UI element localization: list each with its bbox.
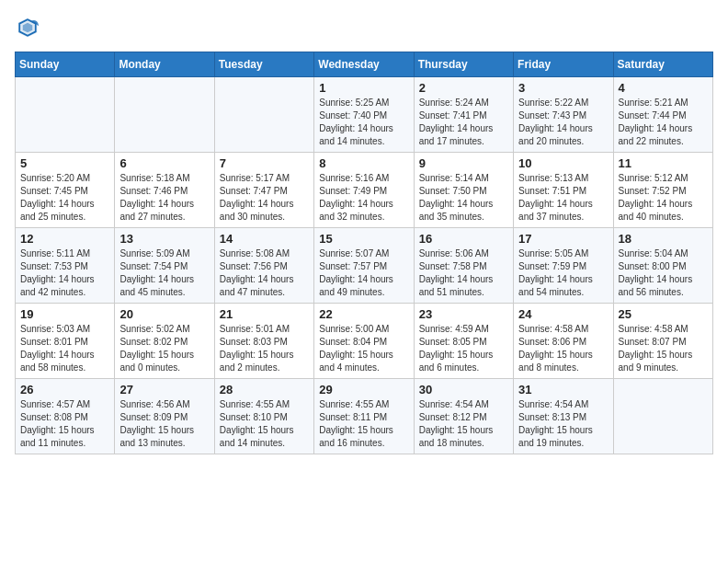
day-info: Sunrise: 5:17 AM Sunset: 7:47 PM Dayligh… bbox=[220, 172, 309, 224]
calendar-day-5: 5Sunrise: 5:20 AM Sunset: 7:45 PM Daylig… bbox=[16, 153, 115, 228]
day-header-sunday: Sunday bbox=[16, 52, 115, 77]
day-number: 21 bbox=[220, 307, 309, 321]
page-header bbox=[15, 15, 713, 40]
calendar-day-22: 22Sunrise: 5:00 AM Sunset: 8:04 PM Dayli… bbox=[314, 304, 414, 379]
day-info: Sunrise: 4:59 AM Sunset: 8:05 PM Dayligh… bbox=[419, 323, 508, 374]
day-info: Sunrise: 4:54 AM Sunset: 8:12 PM Dayligh… bbox=[419, 398, 508, 450]
calendar-day-27: 27Sunrise: 4:56 AM Sunset: 8:09 PM Dayli… bbox=[115, 379, 214, 454]
day-info: Sunrise: 5:20 AM Sunset: 7:45 PM Dayligh… bbox=[20, 172, 109, 224]
day-number: 16 bbox=[419, 232, 508, 246]
day-number: 3 bbox=[518, 81, 608, 95]
calendar-day-28: 28Sunrise: 4:55 AM Sunset: 8:10 PM Dayli… bbox=[214, 379, 313, 454]
calendar-day-17: 17Sunrise: 5:05 AM Sunset: 7:59 PM Dayli… bbox=[514, 228, 613, 304]
calendar-week-row: 12Sunrise: 5:11 AM Sunset: 7:53 PM Dayli… bbox=[16, 228, 713, 304]
days-header-row: SundayMondayTuesdayWednesdayThursdayFrid… bbox=[16, 52, 713, 77]
calendar-day-7: 7Sunrise: 5:17 AM Sunset: 7:47 PM Daylig… bbox=[214, 153, 313, 228]
day-number: 13 bbox=[119, 232, 209, 246]
day-info: Sunrise: 5:25 AM Sunset: 7:40 PM Dayligh… bbox=[319, 97, 408, 148]
day-info: Sunrise: 5:01 AM Sunset: 8:03 PM Dayligh… bbox=[220, 323, 309, 374]
calendar-day-31: 31Sunrise: 4:54 AM Sunset: 8:13 PM Dayli… bbox=[514, 379, 613, 454]
day-number: 9 bbox=[419, 156, 508, 170]
calendar-day-21: 21Sunrise: 5:01 AM Sunset: 8:03 PM Dayli… bbox=[214, 304, 313, 379]
day-number: 20 bbox=[119, 307, 209, 321]
calendar-week-row: 26Sunrise: 4:57 AM Sunset: 8:08 PM Dayli… bbox=[16, 379, 713, 454]
day-header-monday: Monday bbox=[115, 52, 214, 77]
calendar-day-1: 1Sunrise: 5:25 AM Sunset: 7:40 PM Daylig… bbox=[314, 77, 414, 153]
day-number: 12 bbox=[20, 232, 109, 246]
day-info: Sunrise: 5:07 AM Sunset: 7:57 PM Dayligh… bbox=[319, 247, 408, 299]
day-number: 8 bbox=[319, 156, 408, 170]
day-info: Sunrise: 5:21 AM Sunset: 7:44 PM Dayligh… bbox=[619, 97, 708, 148]
logo bbox=[15, 15, 44, 40]
day-header-thursday: Thursday bbox=[414, 52, 513, 77]
calendar-empty-cell bbox=[16, 77, 115, 153]
day-number: 15 bbox=[319, 232, 408, 246]
calendar-day-16: 16Sunrise: 5:06 AM Sunset: 7:58 PM Dayli… bbox=[414, 228, 513, 304]
day-info: Sunrise: 5:16 AM Sunset: 7:49 PM Dayligh… bbox=[319, 172, 408, 224]
day-info: Sunrise: 5:18 AM Sunset: 7:46 PM Dayligh… bbox=[119, 172, 209, 224]
calendar-day-26: 26Sunrise: 4:57 AM Sunset: 8:08 PM Dayli… bbox=[16, 379, 115, 454]
day-info: Sunrise: 5:22 AM Sunset: 7:43 PM Dayligh… bbox=[518, 97, 608, 148]
day-info: Sunrise: 5:03 AM Sunset: 8:01 PM Dayligh… bbox=[20, 323, 109, 374]
day-header-saturday: Saturday bbox=[613, 52, 712, 77]
day-number: 2 bbox=[419, 81, 508, 95]
calendar-day-15: 15Sunrise: 5:07 AM Sunset: 7:57 PM Dayli… bbox=[314, 228, 414, 304]
calendar-day-25: 25Sunrise: 4:58 AM Sunset: 8:07 PM Dayli… bbox=[613, 304, 712, 379]
calendar-day-13: 13Sunrise: 5:09 AM Sunset: 7:54 PM Dayli… bbox=[115, 228, 214, 304]
calendar-empty-cell bbox=[214, 77, 313, 153]
day-info: Sunrise: 5:06 AM Sunset: 7:58 PM Dayligh… bbox=[419, 247, 508, 299]
calendar-day-11: 11Sunrise: 5:12 AM Sunset: 7:52 PM Dayli… bbox=[613, 153, 712, 228]
calendar-table: SundayMondayTuesdayWednesdayThursdayFrid… bbox=[15, 52, 713, 454]
calendar-day-6: 6Sunrise: 5:18 AM Sunset: 7:46 PM Daylig… bbox=[115, 153, 214, 228]
day-header-wednesday: Wednesday bbox=[314, 52, 414, 77]
calendar-day-14: 14Sunrise: 5:08 AM Sunset: 7:56 PM Dayli… bbox=[214, 228, 313, 304]
day-number: 19 bbox=[20, 307, 109, 321]
day-info: Sunrise: 4:55 AM Sunset: 8:10 PM Dayligh… bbox=[220, 398, 309, 450]
day-info: Sunrise: 4:58 AM Sunset: 8:07 PM Dayligh… bbox=[619, 323, 708, 374]
day-number: 25 bbox=[619, 307, 708, 321]
calendar-week-row: 1Sunrise: 5:25 AM Sunset: 7:40 PM Daylig… bbox=[16, 77, 713, 153]
calendar-week-row: 19Sunrise: 5:03 AM Sunset: 8:01 PM Dayli… bbox=[16, 304, 713, 379]
day-info: Sunrise: 4:58 AM Sunset: 8:06 PM Dayligh… bbox=[518, 323, 608, 374]
day-number: 4 bbox=[619, 81, 708, 95]
calendar-day-2: 2Sunrise: 5:24 AM Sunset: 7:41 PM Daylig… bbox=[414, 77, 513, 153]
day-number: 30 bbox=[419, 383, 508, 396]
calendar-day-3: 3Sunrise: 5:22 AM Sunset: 7:43 PM Daylig… bbox=[514, 77, 613, 153]
day-number: 28 bbox=[220, 383, 309, 396]
calendar-day-23: 23Sunrise: 4:59 AM Sunset: 8:05 PM Dayli… bbox=[414, 304, 513, 379]
calendar-day-10: 10Sunrise: 5:13 AM Sunset: 7:51 PM Dayli… bbox=[514, 153, 613, 228]
day-info: Sunrise: 5:24 AM Sunset: 7:41 PM Dayligh… bbox=[419, 97, 508, 148]
calendar-empty-cell bbox=[613, 379, 712, 454]
day-number: 6 bbox=[119, 156, 209, 170]
day-number: 22 bbox=[319, 307, 408, 321]
calendar-empty-cell bbox=[115, 77, 214, 153]
day-info: Sunrise: 4:54 AM Sunset: 8:13 PM Dayligh… bbox=[518, 398, 608, 450]
day-info: Sunrise: 4:57 AM Sunset: 8:08 PM Dayligh… bbox=[20, 398, 109, 450]
calendar-day-12: 12Sunrise: 5:11 AM Sunset: 7:53 PM Dayli… bbox=[16, 228, 115, 304]
day-number: 5 bbox=[20, 156, 109, 170]
calendar-week-row: 5Sunrise: 5:20 AM Sunset: 7:45 PM Daylig… bbox=[16, 153, 713, 228]
day-info: Sunrise: 4:55 AM Sunset: 8:11 PM Dayligh… bbox=[319, 398, 408, 450]
day-info: Sunrise: 4:56 AM Sunset: 8:09 PM Dayligh… bbox=[119, 398, 209, 450]
day-info: Sunrise: 5:14 AM Sunset: 7:50 PM Dayligh… bbox=[419, 172, 508, 224]
day-header-friday: Friday bbox=[514, 52, 613, 77]
day-number: 7 bbox=[220, 156, 309, 170]
day-number: 24 bbox=[518, 307, 608, 321]
day-info: Sunrise: 5:02 AM Sunset: 8:02 PM Dayligh… bbox=[119, 323, 209, 374]
day-number: 11 bbox=[619, 156, 708, 170]
day-number: 23 bbox=[419, 307, 508, 321]
calendar-day-4: 4Sunrise: 5:21 AM Sunset: 7:44 PM Daylig… bbox=[613, 77, 712, 153]
calendar-day-8: 8Sunrise: 5:16 AM Sunset: 7:49 PM Daylig… bbox=[314, 153, 414, 228]
calendar-day-30: 30Sunrise: 4:54 AM Sunset: 8:12 PM Dayli… bbox=[414, 379, 513, 454]
day-number: 10 bbox=[518, 156, 608, 170]
day-info: Sunrise: 5:00 AM Sunset: 8:04 PM Dayligh… bbox=[319, 323, 408, 374]
day-number: 29 bbox=[319, 383, 408, 396]
logo-icon bbox=[15, 15, 40, 40]
day-info: Sunrise: 5:11 AM Sunset: 7:53 PM Dayligh… bbox=[20, 247, 109, 299]
calendar-day-29: 29Sunrise: 4:55 AM Sunset: 8:11 PM Dayli… bbox=[314, 379, 414, 454]
day-number: 17 bbox=[518, 232, 608, 246]
day-number: 1 bbox=[319, 81, 408, 95]
calendar-day-18: 18Sunrise: 5:04 AM Sunset: 8:00 PM Dayli… bbox=[613, 228, 712, 304]
calendar-day-20: 20Sunrise: 5:02 AM Sunset: 8:02 PM Dayli… bbox=[115, 304, 214, 379]
calendar-day-24: 24Sunrise: 4:58 AM Sunset: 8:06 PM Dayli… bbox=[514, 304, 613, 379]
